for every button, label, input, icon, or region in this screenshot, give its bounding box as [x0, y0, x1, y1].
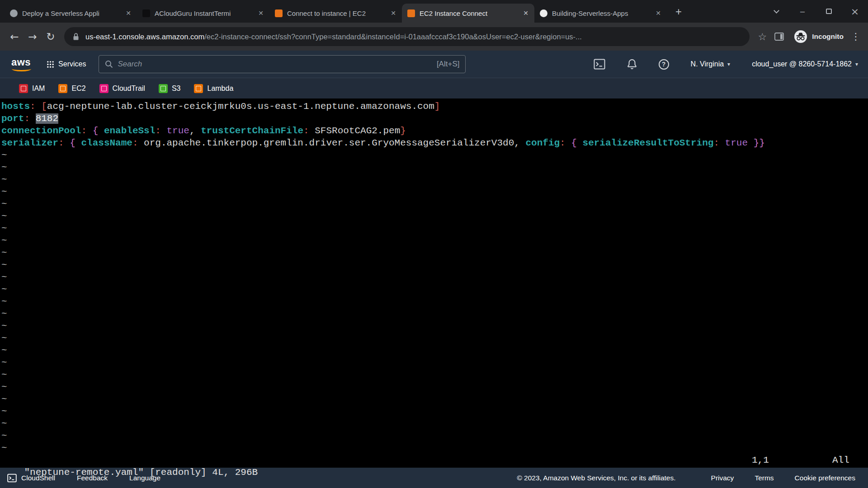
- browser-tab[interactable]: Connect to instance | EC2 ✕: [269, 4, 402, 23]
- grid-icon: [47, 61, 54, 68]
- tab-strip: Deploy a Serverless Appli ✕ ACloudGuru I…: [0, 0, 868, 23]
- notifications-bell-icon[interactable]: [627, 59, 637, 70]
- favorite-iam[interactable]: IAM: [19, 84, 45, 93]
- vim-tilde-line: ~: [1, 149, 868, 161]
- vim-tilde-line: ~: [1, 283, 868, 296]
- vim-tilde-line: ~: [1, 418, 868, 430]
- account-menu[interactable]: cloud_user @ 8260-5714-1862 ▾: [752, 60, 858, 68]
- vim-tilde-line: ~: [1, 186, 868, 198]
- tab-close-icon[interactable]: ✕: [388, 8, 398, 18]
- caret-down-icon: ▾: [727, 61, 730, 67]
- terminal-line: port: 8182: [1, 113, 868, 125]
- maximize-icon: [826, 9, 832, 14]
- tab-close-icon[interactable]: ✕: [256, 8, 266, 18]
- vim-status-line: "neptune-remote.yaml" [readonly] 4L, 296…: [1, 454, 868, 466]
- aws-search-input[interactable]: Search [Alt+S]: [99, 55, 466, 73]
- favorite-label: CloudTrail: [113, 84, 145, 93]
- favorite-label: EC2: [71, 84, 85, 93]
- incognito-icon: [794, 30, 807, 43]
- vim-tilde-line: ~: [1, 308, 868, 320]
- lambda-service-icon: [194, 84, 203, 93]
- new-tab-button[interactable]: +: [670, 4, 687, 20]
- aws-logo[interactable]: aws: [10, 56, 32, 72]
- forward-button[interactable]: →: [24, 28, 42, 46]
- favorite-cloudtrail[interactable]: CloudTrail: [99, 84, 145, 93]
- address-bar[interactable]: us-east-1.console.aws.amazon.com/ec2-ins…: [64, 27, 750, 46]
- footer-cookie-preferences-link[interactable]: Cookie preferences: [795, 474, 855, 482]
- cloudtrail-service-icon: [99, 84, 108, 93]
- browser-tab[interactable]: ACloudGuru InstantTermi ✕: [137, 4, 269, 23]
- chevron-down-icon: [774, 8, 779, 14]
- tab-close-icon[interactable]: ✕: [123, 8, 133, 18]
- footer-copyright: © 2023, Amazon Web Services, Inc. or its…: [517, 474, 675, 482]
- aws-header-right: ? N. Virginia ▾ cloud_user @ 8260-5714-1…: [594, 59, 858, 70]
- vim-tilde-line: ~: [1, 247, 868, 259]
- help-icon[interactable]: ?: [659, 59, 669, 70]
- services-menu[interactable]: Services: [47, 60, 86, 68]
- terminal-favicon: [142, 9, 150, 17]
- vim-scroll-indicator: All: [832, 454, 849, 466]
- browser-menu-icon[interactable]: ⋮: [849, 31, 863, 42]
- bookmark-star-icon[interactable]: ☆: [754, 31, 770, 42]
- minimize-button[interactable]: –: [789, 0, 816, 23]
- generic-page-favicon: [10, 9, 18, 17]
- tab-close-icon[interactable]: ✕: [521, 8, 531, 18]
- footer-privacy-link[interactable]: Privacy: [711, 474, 734, 482]
- vim-tilde-line: ~: [1, 320, 868, 332]
- terminal-line: connectionPool: { enableSsl: true, trust…: [1, 125, 868, 137]
- favorite-label: S3: [172, 84, 181, 93]
- maximize-button[interactable]: [816, 0, 842, 23]
- incognito-badge: Incognito: [794, 30, 844, 43]
- back-button[interactable]: ←: [5, 28, 24, 46]
- account-label: cloud_user @ 8260-5714-1862: [752, 60, 852, 68]
- favorite-lambda[interactable]: Lambda: [194, 84, 233, 93]
- browser-tab-active[interactable]: EC2 Instance Connect ✕: [402, 4, 534, 23]
- favorite-ec2[interactable]: EC2: [58, 84, 85, 93]
- window-close-button[interactable]: ×: [842, 0, 868, 23]
- footer-terms-link[interactable]: Terms: [755, 474, 774, 482]
- vim-tilde-line: ~: [1, 259, 868, 271]
- tab-title: Building-Serverless-Apps: [552, 9, 653, 17]
- browser-toolbar: ← → ↻ us-east-1.console.aws.amazon.com/e…: [0, 23, 868, 51]
- vim-tilde-line: ~: [1, 222, 868, 235]
- tab-search-button[interactable]: [763, 0, 789, 23]
- vim-tilde-line: ~: [1, 210, 868, 222]
- vim-tilde-line: ~: [1, 296, 868, 308]
- caret-down-icon: ▾: [855, 61, 858, 67]
- region-label: N. Virginia: [691, 60, 724, 68]
- vim-tilde-line: ~: [1, 174, 868, 186]
- url-path: /ec2-instance-connect/ssh?connType=stand…: [204, 33, 582, 41]
- vim-tilde-line: ~: [1, 271, 868, 283]
- vim-tilde-line: ~: [1, 161, 868, 174]
- terminal-screen[interactable]: hosts: [acg-neptune-lab.cluster-ceickjmr…: [0, 99, 868, 468]
- search-shortcut: [Alt+S]: [437, 60, 460, 69]
- favorites-bar: IAM EC2 CloudTrail S3 Lambda: [0, 78, 868, 99]
- browser-tab[interactable]: Deploy a Serverless Appli ✕: [5, 4, 137, 23]
- terminal-line: serializer: { className: org.apache.tink…: [1, 137, 868, 149]
- terminal-buffer: hosts: [acg-neptune-lab.cluster-ceickjmr…: [1, 100, 868, 454]
- lock-icon: [72, 33, 80, 41]
- tab-title: EC2 Instance Connect: [420, 9, 521, 17]
- vim-tilde-line: ~: [1, 369, 868, 381]
- cloudshell-icon[interactable]: [594, 59, 605, 70]
- window-controls: – ×: [763, 0, 868, 23]
- vim-tilde-line: ~: [1, 381, 868, 393]
- vim-tilde-line: ~: [1, 393, 868, 405]
- tab-title: Deploy a Serverless Appli: [22, 9, 123, 17]
- aws-console-favicon: [275, 9, 283, 17]
- search-icon: [105, 60, 113, 68]
- browser-tab[interactable]: Building-Serverless-Apps ✕: [534, 4, 667, 23]
- reload-button[interactable]: ↻: [42, 28, 60, 46]
- side-panel-button[interactable]: [770, 33, 788, 41]
- vim-tilde-line: ~: [1, 405, 868, 418]
- tab-close-icon[interactable]: ✕: [653, 8, 663, 18]
- ec2-service-icon: [58, 84, 67, 93]
- s3-service-icon: [159, 84, 168, 93]
- favorite-s3[interactable]: S3: [159, 84, 181, 93]
- vim-tilde-line: ~: [1, 357, 868, 369]
- vim-tilde-line: ~: [1, 442, 868, 454]
- region-selector[interactable]: N. Virginia ▾: [691, 60, 731, 68]
- tab-title: Connect to instance | EC2: [287, 9, 388, 17]
- side-panel-icon: [774, 33, 784, 41]
- vim-tilde-line: ~: [1, 198, 868, 210]
